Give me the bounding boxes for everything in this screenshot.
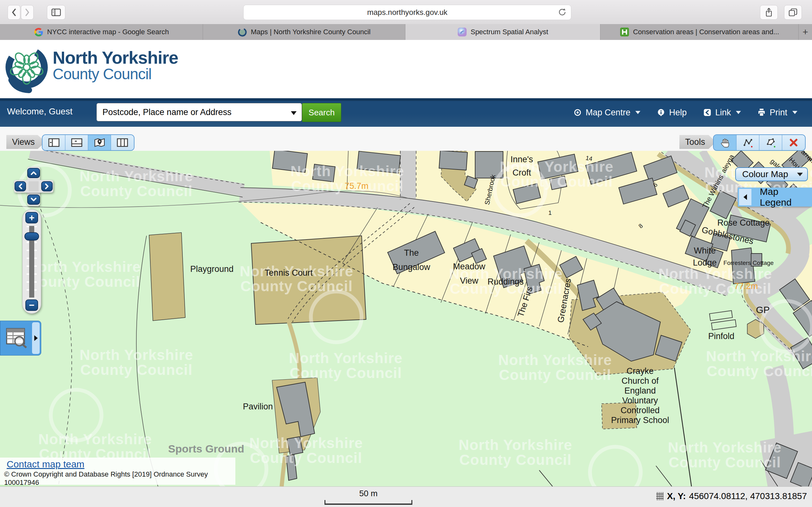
view-map-only-button[interactable] xyxy=(88,135,111,150)
help-menu[interactable]: Help xyxy=(657,108,687,118)
tab-bar: NYCC interactive map - Google Search Map… xyxy=(0,24,812,40)
views-button-group xyxy=(42,134,135,151)
info-icon xyxy=(657,108,665,117)
map-label: Pinfold xyxy=(708,331,734,341)
back-button[interactable] xyxy=(8,5,20,20)
layout-bottom-icon xyxy=(71,138,83,147)
tab-overview-button[interactable] xyxy=(784,5,802,20)
layout-columns-icon xyxy=(117,138,128,147)
zoom-slider[interactable]: + − xyxy=(22,209,41,314)
map-label: Ruddings xyxy=(488,277,524,286)
share-button[interactable] xyxy=(760,5,778,20)
watermark: North YorkshireCounty Council xyxy=(80,168,193,199)
tab-spectrum-spatial-analyst[interactable]: Spectrum Spatial Analyst xyxy=(405,24,600,40)
watermark: North YorkshireCounty Council xyxy=(249,435,363,466)
watermark: North YorkshireCounty Council xyxy=(706,348,812,379)
chevron-right-icon xyxy=(34,335,38,341)
tab-label: Conservation areas | Conservation areas … xyxy=(633,28,779,36)
search-placeholder: Postcode, Place name or Address xyxy=(102,107,232,117)
map-label: Playground xyxy=(190,264,234,274)
share-icon xyxy=(765,8,773,17)
watermark: North YorkshireCounty Council xyxy=(668,439,781,470)
map-centre-menu[interactable]: Map Centre xyxy=(573,108,641,118)
map-centre-label: Map Centre xyxy=(586,108,630,118)
chevron-left-icon xyxy=(744,194,747,200)
search-button-label: Search xyxy=(309,108,335,118)
view-bottom-panel-button[interactable] xyxy=(65,135,88,150)
watermark: North YorkshireCounty Council xyxy=(498,352,612,383)
measure-line-tool-button[interactable] xyxy=(737,135,759,150)
coords-value: 456074.08112, 470313.81857 xyxy=(689,491,807,501)
map-container: North YorkshireCounty CouncilNorth Yorks… xyxy=(0,151,812,487)
pan-up-button[interactable] xyxy=(27,168,40,178)
address-bar[interactable]: maps.northyorks.gov.uk xyxy=(243,5,571,20)
expand-strip[interactable] xyxy=(32,322,40,354)
view-left-panel-button[interactable] xyxy=(43,135,65,150)
table-search-icon xyxy=(5,327,28,348)
tab-label: NYCC interactive map - Google Search xyxy=(47,28,169,36)
copyright-text: © Crown Copyright and Database Rights [2… xyxy=(4,470,235,487)
tab-conservation-areas[interactable]: Conservation areas | Conservation areas … xyxy=(600,24,799,40)
browser-toolbar: maps.northyorks.gov.uk xyxy=(0,0,812,24)
contact-map-team-link[interactable]: Contact map team xyxy=(7,459,84,469)
forward-button[interactable] xyxy=(21,5,34,20)
brand-subname: County Council xyxy=(53,66,178,82)
sidebar-toggle-button[interactable] xyxy=(47,5,65,20)
clear-x-icon xyxy=(789,138,798,147)
measure-area-tool-button[interactable] xyxy=(759,135,782,150)
pan-down-button[interactable] xyxy=(27,194,40,205)
print-menu[interactable]: Print xyxy=(757,108,798,118)
map-label: 14 xyxy=(585,154,593,162)
search-button[interactable]: Search xyxy=(302,103,341,122)
status-bar: 50 m X, Y: 456074.08112, 470313.81857 xyxy=(0,487,812,507)
link-icon xyxy=(703,108,711,117)
pan-right-button[interactable] xyxy=(41,181,53,191)
watermark: North YorkshireCounty Council xyxy=(27,259,141,290)
h-green-icon xyxy=(620,27,629,37)
map-label: Pavilion xyxy=(243,402,273,411)
watermark: North YorkshireCounty Council xyxy=(240,263,353,294)
tabs-icon xyxy=(789,8,798,16)
chevron-down-icon xyxy=(736,111,741,114)
tools-button-group xyxy=(713,134,806,151)
pan-center xyxy=(29,181,39,191)
pan-left-button[interactable] xyxy=(14,181,26,191)
brand-name: North Yorkshire xyxy=(53,49,178,66)
tab-nycc-maps[interactable]: Maps | North Yorkshire County Council xyxy=(203,24,405,40)
chevron-right-icon xyxy=(24,8,30,16)
data-panel-toggle[interactable] xyxy=(0,321,41,355)
map-label: 77.2m xyxy=(734,281,758,291)
map-legend-header[interactable]: Map Legend xyxy=(738,187,812,207)
clear-tool-button[interactable] xyxy=(782,135,805,150)
link-menu[interactable]: Link xyxy=(703,108,741,118)
zoom-out-button[interactable]: − xyxy=(26,299,38,311)
reload-icon[interactable] xyxy=(558,8,566,19)
grid-icon xyxy=(656,492,664,501)
map-canvas[interactable]: North YorkshireCounty CouncilNorth Yorks… xyxy=(0,151,812,487)
measure-area-icon xyxy=(766,137,776,148)
plus-icon: + xyxy=(803,26,808,38)
pan-tool-button[interactable] xyxy=(714,135,737,150)
tab-google-search[interactable]: NYCC interactive map - Google Search xyxy=(0,24,203,40)
map-label: Sports Ground xyxy=(168,443,244,455)
watermark: North YorkshireCounty Council xyxy=(459,437,572,468)
pan-control xyxy=(14,167,53,206)
zoom-thumb[interactable] xyxy=(24,232,39,240)
map-label: Rose Cottage xyxy=(717,218,769,228)
view-columns-button[interactable] xyxy=(111,135,134,150)
coords-prefix: X, Y: xyxy=(667,491,686,501)
search-input[interactable]: Postcode, Place name or Address xyxy=(96,103,302,121)
zoom-in-button[interactable]: + xyxy=(26,212,38,223)
colour-map-dropdown[interactable]: Colour Map xyxy=(735,167,808,181)
chevron-down-icon xyxy=(797,173,803,176)
map-label: GP xyxy=(756,304,769,315)
map-label: Forresters Cottage xyxy=(723,260,774,266)
help-label: Help xyxy=(669,108,687,118)
views-label: Views xyxy=(6,135,46,149)
attribution-box: Contact map team © Crown Copyright and D… xyxy=(0,458,235,485)
new-tab-button[interactable]: + xyxy=(799,24,812,40)
url-text: maps.northyorks.gov.uk xyxy=(367,8,448,17)
chevron-down-icon xyxy=(792,111,798,114)
chevron-down-icon xyxy=(635,111,641,114)
legend-collapse-strip[interactable] xyxy=(739,189,751,205)
